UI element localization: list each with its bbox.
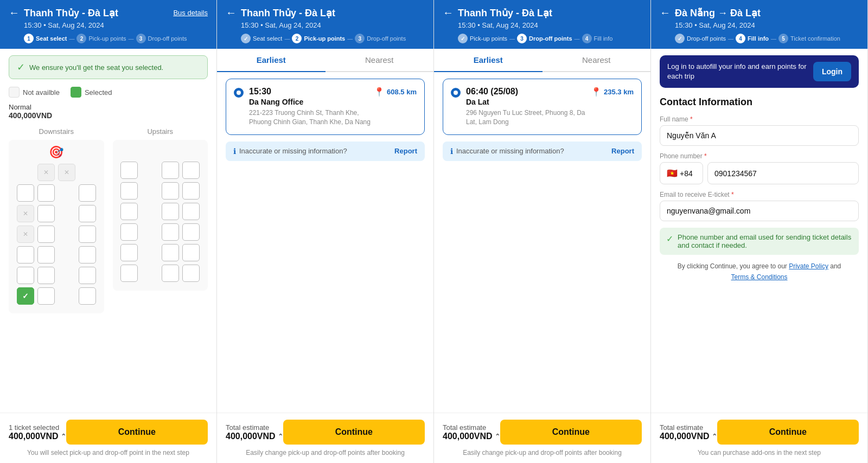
- seat-row: [13, 184, 100, 202]
- seat[interactable]: [58, 164, 75, 181]
- location-card-pickup[interactable]: 15:30 Da Nang Office 221-223 Truong Chin…: [226, 79, 425, 135]
- seat[interactable]: [37, 205, 55, 222]
- seat[interactable]: [37, 267, 55, 284]
- step-pending-fill: 4 Fill info: [582, 34, 613, 43]
- legend-not-available: Not availble: [9, 87, 60, 98]
- location-card-dropoff[interactable]: 06:40 (25/08) Da Lat 296 Nguyen Tu Luc S…: [443, 79, 642, 135]
- price-row: Normal 400,000VND: [9, 103, 208, 120]
- location-info-dropoff: 06:40 (25/08) Da Lat 296 Nguyen Tu Luc S…: [466, 87, 591, 127]
- terms-conditions-link[interactable]: Terms & Conditions: [731, 273, 787, 281]
- content-p1: ✓ We ensure you'll get the seat you sele…: [0, 49, 216, 413]
- tab-earliest-p3[interactable]: Earliest: [434, 49, 542, 72]
- back-button-p3[interactable]: ←: [443, 7, 454, 19]
- continue-button-p3[interactable]: Continue: [500, 420, 642, 445]
- continue-button-p4[interactable]: Continue: [717, 420, 859, 445]
- tab-nearest-p3[interactable]: Nearest: [542, 49, 651, 72]
- panel-dropoff: ← Thanh Thủy - Đà Lạt 15:30 • Sat, Aug 2…: [434, 0, 651, 463]
- tabs-p3: Earliest Nearest: [434, 49, 650, 72]
- seat[interactable]: [162, 244, 179, 261]
- seat[interactable]: [182, 265, 200, 282]
- step-pickup: 2 Pick-up points: [76, 34, 126, 43]
- inaccurate-banner-p3: ℹ Inaccurate or missing information? Rep…: [443, 142, 642, 161]
- seat[interactable]: [182, 203, 200, 220]
- seat-row: [13, 287, 100, 305]
- footer-note-p4: You can purchase add-ons in the next ste…: [660, 449, 859, 456]
- floor-upstairs: Upstairs: [113, 127, 208, 313]
- seat[interactable]: [162, 182, 179, 200]
- seat[interactable]: [120, 244, 138, 261]
- header-title-p4: Đà Nẵng → Đà Lạt: [675, 7, 859, 19]
- seat[interactable]: [79, 226, 96, 243]
- seat[interactable]: [162, 162, 179, 179]
- seat[interactable]: [120, 223, 138, 241]
- seat[interactable]: [182, 244, 200, 261]
- inaccurate-banner-p2: ℹ Inaccurate or missing information? Rep…: [226, 142, 425, 161]
- chevron-up-icon-p3[interactable]: ⌃: [495, 433, 500, 440]
- seat[interactable]: [37, 164, 55, 181]
- step-done-seat: ✓ Seat select: [241, 34, 282, 43]
- phone-prefix-selector[interactable]: 🇻🇳 +84: [660, 162, 703, 184]
- back-button-p1[interactable]: ←: [9, 7, 20, 19]
- floor-downstairs: Downstairs 🎯: [9, 127, 104, 313]
- seat[interactable]: [79, 205, 96, 222]
- header-title-p3: Thanh Thủy - Đà Lạt: [458, 7, 642, 19]
- report-link-p3[interactable]: Report: [611, 147, 634, 155]
- floor-container-down: 🎯: [9, 140, 104, 313]
- seat[interactable]: [79, 246, 96, 263]
- seat[interactable]: [37, 287, 55, 305]
- tab-earliest-p2[interactable]: Earliest: [217, 49, 326, 72]
- phone-input[interactable]: [707, 162, 859, 184]
- seat[interactable]: [17, 226, 34, 243]
- email-group: Email to receive E-ticket *: [660, 191, 859, 221]
- seat[interactable]: [120, 203, 138, 220]
- seat[interactable]: [79, 267, 96, 284]
- seat[interactable]: [120, 162, 138, 179]
- seat[interactable]: [162, 223, 179, 241]
- seat[interactable]: [182, 182, 200, 200]
- full-name-input[interactable]: [660, 125, 859, 146]
- chevron-up-icon[interactable]: ⌃: [61, 433, 66, 440]
- email-label: Email to receive E-ticket *: [660, 191, 859, 198]
- legend: Not availble Selected: [9, 87, 208, 98]
- back-button-p4[interactable]: ←: [660, 7, 671, 19]
- report-link-p2[interactable]: Report: [394, 147, 417, 155]
- seat[interactable]: [17, 205, 34, 222]
- steps-bar-p3: ✓ Pick-up points — 3 Drop-off points — 4…: [458, 34, 642, 43]
- header-panel1: ← Thanh Thủy - Đà Lạt Bus details 15:30 …: [0, 0, 216, 49]
- seat[interactable]: [37, 226, 55, 243]
- seat[interactable]: [162, 203, 179, 220]
- seat[interactable]: [17, 246, 34, 263]
- bus-details-link[interactable]: Bus details: [173, 9, 208, 17]
- seat[interactable]: [120, 182, 138, 200]
- seat-row: [13, 205, 100, 222]
- seat[interactable]: [37, 184, 55, 202]
- chevron-up-icon-p4[interactable]: ⌃: [712, 433, 717, 440]
- seat[interactable]: [17, 267, 34, 284]
- full-name-label: Full name *: [660, 115, 859, 123]
- login-button[interactable]: Login: [813, 62, 851, 81]
- seat[interactable]: [79, 287, 96, 305]
- legend-box-unavailable: [9, 87, 20, 98]
- seat[interactable]: [17, 184, 34, 202]
- seat-row: [13, 267, 100, 284]
- back-button-p2[interactable]: ←: [226, 7, 237, 19]
- seat-row: [13, 226, 100, 243]
- seat[interactable]: [162, 265, 179, 282]
- seat[interactable]: [79, 184, 96, 202]
- ticket-count: 1 ticket selected 400,000VND ⌃: [9, 423, 66, 441]
- private-policy-link[interactable]: Private Policy: [789, 262, 828, 270]
- email-input[interactable]: [660, 201, 859, 221]
- seat[interactable]: [120, 265, 138, 282]
- info-success-banner: ✓ Phone number and email used for sendin…: [660, 228, 859, 255]
- seat[interactable]: [37, 246, 55, 263]
- tab-nearest-p2[interactable]: Nearest: [326, 49, 434, 72]
- seat[interactable]: [182, 162, 200, 179]
- continue-button-p1[interactable]: Continue: [66, 420, 208, 445]
- selected-seat[interactable]: [17, 287, 34, 305]
- continue-button-p2[interactable]: Continue: [283, 420, 425, 445]
- chevron-up-icon-p2[interactable]: ⌃: [278, 433, 283, 440]
- seat-row: [117, 182, 204, 200]
- seat[interactable]: [182, 223, 200, 241]
- step-done-pickup: ✓ Pick-up points: [458, 34, 507, 43]
- footer-note-p1: You will select pick-up and drop-off poi…: [9, 449, 208, 456]
